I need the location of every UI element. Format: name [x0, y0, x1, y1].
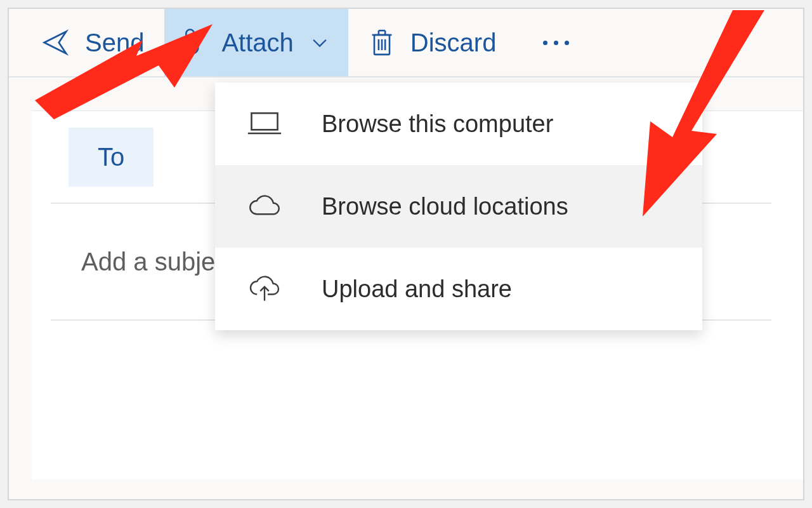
trash-icon: [369, 27, 395, 58]
more-actions-button[interactable]: [529, 9, 583, 76]
cloud-upload-icon: [246, 275, 284, 303]
computer-icon: [246, 110, 284, 138]
discard-button[interactable]: Discard: [351, 9, 514, 76]
ellipsis-icon: [565, 41, 569, 45]
annotation-arrow: [625, 10, 777, 220]
message-body[interactable]: [51, 321, 771, 479]
chevron-down-icon: [309, 32, 331, 53]
attach-menu-label: Browse this computer: [322, 110, 553, 138]
svg-rect-8: [251, 113, 277, 130]
discard-label: Discard: [410, 29, 497, 57]
ellipsis-icon: [543, 41, 547, 45]
attach-menu-label: Upload and share: [322, 276, 512, 303]
svg-marker-11: [35, 24, 213, 119]
svg-marker-12: [643, 10, 764, 217]
annotation-arrow: [35, 18, 213, 119]
attach-menu-label: Browse cloud locations: [322, 193, 568, 220]
attach-label: Attach: [221, 29, 293, 57]
cloud-icon: [246, 194, 284, 219]
ellipsis-icon: [554, 41, 558, 45]
subject-placeholder: Add a subject: [81, 248, 235, 276]
attach-upload-share[interactable]: Upload and share: [215, 248, 702, 330]
to-field-label[interactable]: To: [69, 128, 154, 187]
